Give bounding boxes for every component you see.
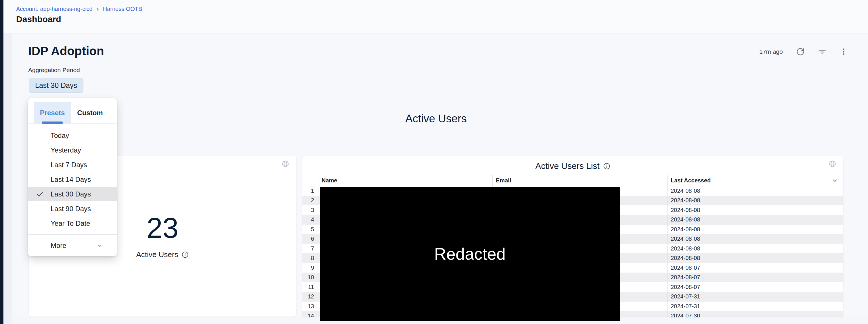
- active-tab-indicator: [42, 121, 63, 124]
- kebab-menu-icon[interactable]: [840, 47, 847, 56]
- more-menu-item[interactable]: More: [28, 235, 117, 256]
- breadcrumb: Account: app-harness-ng-cicd Harness OOT…: [16, 6, 142, 12]
- column-header-email[interactable]: Email: [492, 175, 667, 186]
- collapsed-nav-rail[interactable]: [0, 0, 3, 324]
- row-number-column-header: [302, 175, 318, 186]
- column-header-label: Last Accessed: [671, 177, 711, 184]
- info-icon[interactable]: [603, 163, 610, 170]
- refresh-icon[interactable]: [796, 47, 805, 56]
- page-title: Dashboard: [16, 14, 61, 24]
- table-header-row: Name Email Last Accessed: [302, 175, 843, 186]
- stat-label: Active Users: [136, 250, 178, 259]
- tab-custom[interactable]: Custom: [74, 102, 106, 124]
- dashboard-name-title: IDP Adoption: [28, 44, 104, 58]
- period-dropdown: Presets Custom Today Yesterday Last 7 Da…: [28, 98, 117, 256]
- column-divider: [667, 175, 668, 321]
- last-refreshed-text: 17m ago: [759, 48, 783, 55]
- filter-icon[interactable]: [818, 47, 827, 56]
- chevron-right-icon: [95, 7, 100, 11]
- preset-item-today[interactable]: Today: [28, 128, 117, 143]
- active-users-count: 23: [146, 213, 178, 242]
- preset-item-label: Last 30 Days: [51, 190, 91, 198]
- section-title: Active Users: [29, 113, 843, 125]
- chevron-down-icon[interactable]: [832, 178, 838, 184]
- chevron-down-icon: [97, 243, 103, 249]
- breadcrumb-account-link[interactable]: Account: app-harness-ng-cicd: [16, 6, 93, 12]
- preset-item-year-to-date[interactable]: Year To Date: [28, 216, 117, 231]
- preset-list: Today Yesterday Last 7 Days Last 14 Days…: [28, 128, 117, 231]
- column-header-name[interactable]: Name: [318, 175, 492, 186]
- info-icon[interactable]: [182, 251, 189, 258]
- table-title: Active Users List: [535, 161, 599, 171]
- dropdown-tabs: Presets Custom: [28, 98, 117, 124]
- column-header-last-accessed[interactable]: Last Accessed: [667, 175, 843, 186]
- dashboard-actions: 17m ago: [759, 46, 847, 58]
- top-header: Account: app-harness-ng-cicd Harness OOT…: [3, 0, 868, 33]
- aggregation-period-button[interactable]: Last 30 Days: [29, 78, 84, 93]
- preset-item-last-30-days[interactable]: Last 30 Days: [28, 187, 117, 201]
- more-label: More: [51, 242, 66, 250]
- tab-presets[interactable]: Presets: [34, 102, 71, 124]
- redaction-label: Redacted: [434, 244, 506, 263]
- preset-item-yesterday[interactable]: Yesterday: [28, 143, 117, 157]
- check-icon: [36, 190, 44, 198]
- breadcrumb-page-link[interactable]: Harness OOTB: [103, 6, 143, 12]
- aggregation-period-label: Aggregation Period: [28, 67, 80, 74]
- dashboard-page: Account: app-harness-ng-cicd Harness OOT…: [0, 0, 868, 324]
- redaction-overlay: Redacted: [320, 187, 620, 321]
- column-divider: [318, 175, 318, 321]
- preset-item-last-90-days[interactable]: Last 90 Days: [28, 201, 117, 216]
- preset-item-last-14-days[interactable]: Last 14 Days: [28, 172, 117, 187]
- preset-item-last-7-days[interactable]: Last 7 Days: [28, 157, 117, 172]
